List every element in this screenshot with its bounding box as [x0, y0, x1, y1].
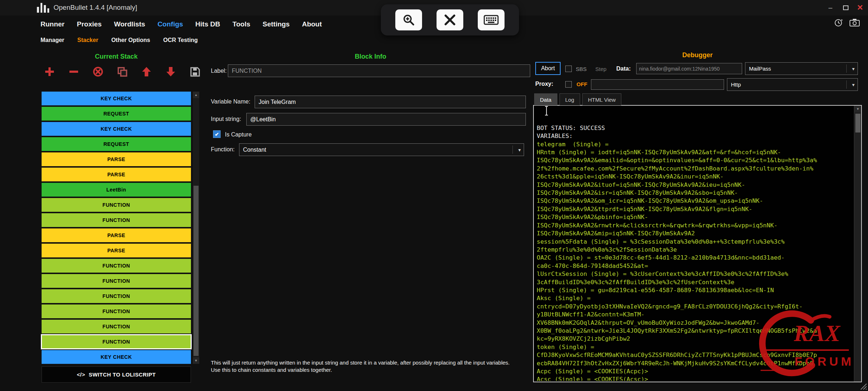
move-up-button[interactable]: [141, 66, 152, 77]
menu-item[interactable]: Configs: [157, 20, 183, 28]
debugger-tab[interactable]: Data: [534, 93, 557, 105]
remove-block-button[interactable]: [68, 66, 79, 77]
log-line: lUsrCtxSession (Single) = %3cUserContext…: [537, 270, 852, 278]
proxy-off-label: OFF: [576, 81, 587, 87]
log-line: Aksc (Single) =: [537, 294, 852, 302]
variable-name-input[interactable]: Join TeleGram: [255, 96, 526, 108]
log-line: 26ctst%3d1&pple=iq5nNK-ISQc78yUmSkAv9A2&…: [537, 173, 852, 181]
stack-block[interactable]: PARSE: [42, 244, 191, 257]
stack-block[interactable]: LeetBin: [42, 183, 191, 197]
sbs-label: SBS: [576, 66, 587, 72]
stack-block[interactable]: FUNCTION: [42, 289, 191, 303]
stack-block[interactable]: FUNCTION: [42, 274, 191, 288]
variable-name-value: Join TeleGram: [259, 99, 296, 105]
log-line: BOT STATUS: SUCCESS: [537, 124, 852, 132]
debugger-tab[interactable]: Log: [559, 93, 580, 105]
stack-block[interactable]: KEY CHECK: [42, 122, 191, 136]
scroll-down-icon[interactable]: ▼: [854, 106, 861, 112]
log-line: session%5Fdata (Single) = %3cSessionData…: [537, 238, 852, 246]
stack-block[interactable]: FUNCTION: [42, 304, 191, 318]
stack-block[interactable]: PARSE: [42, 152, 191, 166]
add-block-button[interactable]: [44, 66, 55, 77]
proxy-type-dropdown[interactable]: Http ▾: [727, 78, 858, 91]
input-string-value: @LeetBin: [250, 116, 276, 123]
maximize-button[interactable]: [839, 2, 852, 13]
sbs-checkbox[interactable]: [565, 66, 572, 72]
submenu-item[interactable]: Manager: [41, 37, 64, 43]
log-line: ISQc78yUmSkAv9A2&om_icr=iq5nNK-ISQc78yUm…: [537, 197, 852, 205]
chevron-down-icon: ▾: [852, 66, 855, 72]
debugger-tab[interactable]: HTML View: [582, 93, 622, 105]
abort-button[interactable]: Abort: [535, 62, 561, 75]
screen-tools-overlay: [381, 4, 519, 35]
stack-block[interactable]: FUNCTION: [42, 213, 191, 227]
stack-block[interactable]: REQUEST: [42, 107, 191, 121]
log-line: ISQc78yUmSkAv9A2&pbinfo=iq5nNK-: [537, 213, 852, 221]
stack-block[interactable]: KEY CHECK: [42, 350, 191, 364]
check-icon: ✔: [215, 131, 219, 137]
stack-block[interactable]: FUNCTION: [42, 198, 191, 212]
debug-data-input[interactable]: nina.fiodor@gmail.com:12Nina1950: [636, 63, 742, 74]
label-caption: Label:: [211, 68, 227, 74]
stack-scrollbar-thumb[interactable]: [193, 186, 199, 356]
log-scrollbar[interactable]: ▲ ▼: [854, 106, 861, 382]
data-caption: Data:: [616, 66, 631, 72]
block-label-input[interactable]: FUNCTION: [228, 64, 530, 77]
step-button[interactable]: Step: [595, 66, 607, 72]
menu-item[interactable]: About: [302, 20, 322, 28]
menu-item[interactable]: Tools: [233, 20, 250, 28]
save-config-button[interactable]: [190, 66, 200, 77]
keyboard-button[interactable]: [478, 9, 505, 30]
openbullet-window: OpenBullet 1.4.4 [Anomaly] – ✕ RunnerPro…: [0, 0, 868, 391]
crossed-tools-button[interactable]: [437, 9, 463, 30]
debugger-log-content: BOT STATUS: SUCCESSVARIABLES:telegram (S…: [537, 108, 852, 381]
stack-scrollbar[interactable]: ▲ ▼: [193, 92, 199, 364]
log-line: y1BUtBLNWcff1-A2&contnt=K3mTM-: [537, 311, 852, 319]
dropdown-divider: [846, 64, 847, 73]
clone-block-button[interactable]: [117, 66, 128, 77]
function-dropdown[interactable]: Constant ▾: [239, 143, 524, 156]
debugger-tabs: DataLogHTML View: [534, 93, 621, 105]
submenu-item[interactable]: Stacker: [77, 37, 98, 43]
camera-icon[interactable]: [849, 18, 860, 27]
block-info-header: Block Info: [211, 53, 530, 60]
is-capture-checkbox[interactable]: ✔: [213, 130, 221, 138]
help-line-2: Use this to chain constants and variable…: [211, 366, 528, 374]
stack-block[interactable]: REQUEST: [42, 137, 191, 151]
minimize-button[interactable]: –: [824, 2, 837, 13]
stack-block[interactable]: PARSE: [42, 168, 191, 181]
history-clock-icon[interactable]: [833, 17, 843, 28]
menu-item[interactable]: Wordlists: [114, 20, 145, 28]
submenu-item[interactable]: Other Options: [111, 37, 150, 43]
menu-item[interactable]: Proxies: [77, 20, 102, 28]
wordlist-type-value: MailPass: [749, 66, 771, 72]
stack-block[interactable]: FUNCTION: [42, 335, 191, 349]
stack-block[interactable]: FUNCTION: [42, 259, 191, 273]
function-value: Constant: [243, 147, 266, 153]
log-line: CfDJ8KyoVxwScfREoMCM9aKVhtauC0ySZSSFR6DR…: [537, 351, 852, 359]
proxy-input[interactable]: [591, 79, 724, 90]
stack-block[interactable]: KEY CHECK: [42, 92, 191, 105]
wordlist-type-dropdown[interactable]: MailPass ▾: [745, 62, 858, 75]
menu-item[interactable]: Runner: [41, 20, 65, 28]
stack-block[interactable]: PARSE: [42, 228, 191, 242]
stack-block[interactable]: FUNCTION: [42, 320, 191, 333]
submenu-item[interactable]: OCR Testing: [163, 37, 198, 43]
chevron-down-icon: ▾: [518, 147, 521, 153]
move-down-button[interactable]: [165, 66, 176, 77]
input-string-input[interactable]: @LeetBin: [246, 113, 526, 126]
scroll-down-icon[interactable]: ▼: [193, 357, 199, 364]
log-scrollbar-thumb[interactable]: [855, 114, 860, 133]
menu-item[interactable]: Hits DB: [195, 20, 220, 28]
resize-grip[interactable]: [859, 382, 867, 390]
menu-item[interactable]: Settings: [263, 20, 290, 28]
close-button[interactable]: ✕: [854, 2, 867, 13]
proxy-checkbox[interactable]: [565, 81, 572, 88]
scroll-up-icon[interactable]: ▲: [193, 92, 199, 98]
titlebar-utility-icons: [833, 17, 860, 28]
switch-to-loliscript-button[interactable]: </> SWITCH TO LOLISCRIPT: [42, 366, 191, 383]
disable-block-button[interactable]: [93, 66, 103, 77]
debug-data-value: nina.fiodor@gmail.com:12Nina1950: [639, 66, 720, 72]
zoom-in-button[interactable]: [395, 9, 422, 30]
debugger-header: Debugger: [533, 51, 862, 59]
